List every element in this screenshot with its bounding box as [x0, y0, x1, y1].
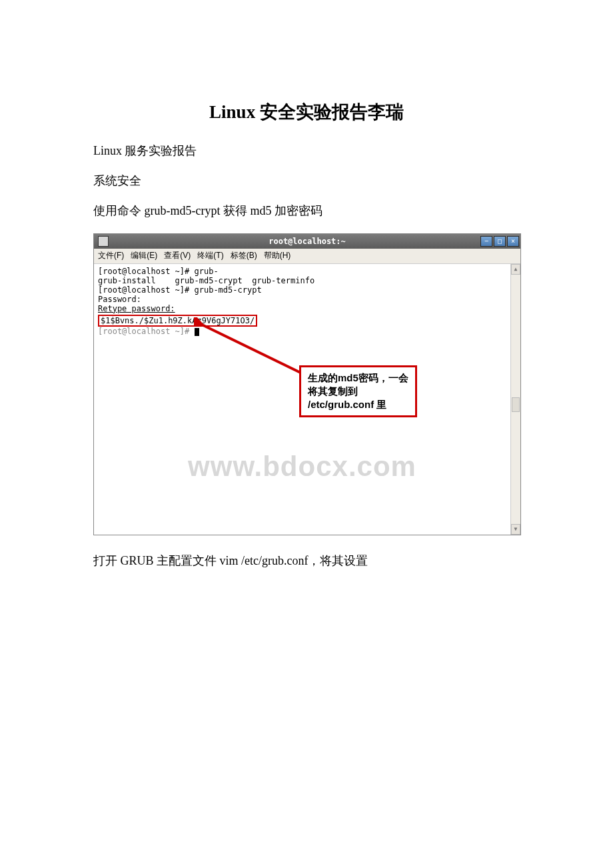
menu-help[interactable]: 帮助(H): [264, 250, 291, 261]
scroll-down-button[interactable]: ▼: [511, 524, 520, 535]
md5-highlight: $1$Bvns./$Zu1.h9Z.kAz9V6gJY71O3/: [98, 313, 506, 327]
watermark-text: www.bdocx.com: [188, 451, 416, 483]
terminal-line: Retype password:: [98, 304, 506, 313]
terminal-line: grub-install grub-md5-crypt grub-terminf…: [98, 276, 506, 285]
terminal-line: Password:: [98, 295, 506, 304]
menu-file[interactable]: 文件(F): [98, 250, 124, 261]
minimize-button[interactable]: −: [480, 236, 492, 247]
app-icon: [98, 236, 109, 247]
terminal-line: [root@localhost ~]#: [98, 327, 506, 336]
terminal-scrollbar[interactable]: ▲ ▼: [510, 264, 520, 535]
annotation-callout: 生成的md5密码，一会 将其复制到 /etc/grub.conf 里: [299, 365, 417, 418]
paragraph: 打开 GRUB 主配置文件 vim /etc/grub.conf，将其设置: [93, 553, 520, 569]
window-menubar: 文件(F) 编辑(E) 查看(V) 终端(T) 标签(B) 帮助(H): [94, 249, 520, 264]
callout-line: 将其复制到: [308, 385, 408, 398]
scroll-thumb[interactable]: [512, 397, 520, 412]
paragraph: 使用命令 grub-md5-crypt 获得 md5 加密密码: [93, 203, 520, 219]
scroll-up-button[interactable]: ▲: [511, 264, 520, 275]
terminal-window: root@localhost:~ − □ × 文件(F) 编辑(E) 查看(V)…: [93, 233, 521, 535]
callout-line: /etc/grub.conf 里: [308, 398, 408, 411]
menu-view[interactable]: 查看(V): [164, 250, 191, 261]
window-title: root@localhost:~: [94, 237, 520, 246]
paragraph: 系统安全: [93, 173, 520, 189]
document-title: Linux 安全实验报告李瑞: [93, 100, 520, 124]
paragraph: Linux 服务实验报告: [93, 143, 520, 159]
menu-tabs[interactable]: 标签(B): [231, 250, 257, 261]
terminal-body[interactable]: [root@localhost ~]# grub- grub-install g…: [94, 264, 510, 535]
terminal-line: [root@localhost ~]# grub-md5-crypt: [98, 285, 506, 295]
md5-output: $1$Bvns./$Zu1.h9Z.kAz9V6gJY71O3/: [98, 315, 257, 327]
maximize-button[interactable]: □: [494, 236, 506, 247]
window-titlebar: root@localhost:~ − □ ×: [94, 234, 520, 249]
menu-edit[interactable]: 编辑(E): [131, 250, 157, 261]
callout-line: 生成的md5密码，一会: [308, 371, 408, 385]
terminal-cursor: [195, 328, 199, 336]
close-button[interactable]: ×: [507, 236, 519, 247]
menu-terminal[interactable]: 终端(T): [197, 250, 223, 261]
terminal-line: [root@localhost ~]# grub-: [98, 267, 506, 276]
